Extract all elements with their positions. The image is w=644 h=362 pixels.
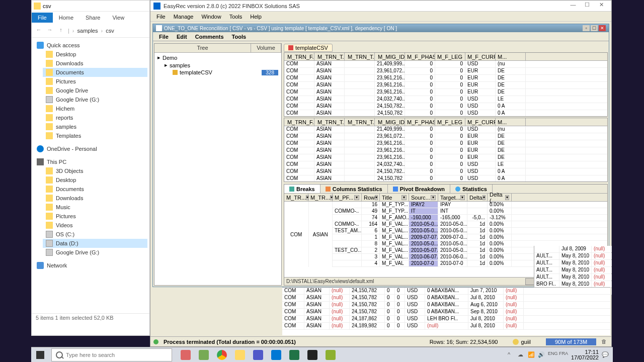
- filter-dropdown[interactable]: ▾: [401, 195, 407, 200]
- trash-icon[interactable]: 🗑: [601, 338, 608, 345]
- menu-help[interactable]: Help: [246, 13, 266, 21]
- tab-col-stats[interactable]: Columns Statistics: [320, 185, 388, 193]
- filter-dropdown[interactable]: ▾: [482, 195, 486, 200]
- menu-manage[interactable]: Manage: [170, 13, 198, 21]
- task-cmd[interactable]: [304, 348, 321, 362]
- tab-pivot[interactable]: Pivot Breakdown: [388, 185, 450, 193]
- column-header[interactable]: M_F_LEG: [435, 53, 465, 60]
- table-row[interactable]: COMASIAN21,409,999...00USD(nu: [284, 61, 607, 68]
- column-header[interactable]: M_F_PHASE: [405, 118, 435, 126]
- qa-pictures[interactable]: Pictures: [43, 77, 147, 86]
- task-easyrec[interactable]: [322, 348, 339, 362]
- ribbon-share[interactable]: Share: [79, 13, 106, 23]
- bg-right-grid[interactable]: Jul 8, 2009(null)AULT...May 8, 2010(null…: [534, 246, 611, 287]
- tree-col-volume[interactable]: Volume: [251, 44, 281, 52]
- menu-tools[interactable]: Tools: [225, 13, 247, 21]
- task-excel[interactable]: [286, 348, 303, 362]
- table-row[interactable]: COMASIAN21,409,999...00USD(nu: [284, 126, 607, 133]
- recon-titlebar[interactable]: ONE_TO_ONE Reconcilition [ CSV - vs - CS…: [153, 24, 609, 32]
- filter-dropdown[interactable]: ▾: [460, 195, 465, 200]
- pc-desktop[interactable]: Desktop: [43, 175, 147, 185]
- table-row[interactable]: COMASIAN(null)24,150,78200USD0 ABAXBAN..…: [282, 295, 610, 302]
- column-header[interactable]: M_F_PHASE: [405, 53, 435, 60]
- ribbon-home[interactable]: Home: [53, 13, 79, 23]
- table-row[interactable]: COMASIAN(null)24,187,86200USDLEH BRO FI.…: [282, 316, 610, 323]
- column-header[interactable]: M_F_CURRENCY: [465, 53, 496, 60]
- table-row[interactable]: COMASIAN23,961,216...00EURDE: [284, 75, 607, 82]
- qa-templates[interactable]: Templates: [43, 131, 147, 140]
- crumb-samples[interactable]: samples: [77, 28, 98, 34]
- table-row[interactable]: COMASIAN23,961,216...00EURDE: [284, 147, 607, 154]
- table-row[interactable]: COMASIAN24,150,782...00USD0 A: [284, 103, 607, 110]
- task-outlook[interactable]: [268, 348, 285, 362]
- table-row[interactable]: COMASIAN23,961,216...00EURDE: [284, 82, 607, 89]
- break-row[interactable]: 1M_F_VAL...2009-07-07...2009-07-0...1d0.…: [333, 234, 607, 241]
- menu-file[interactable]: File: [152, 13, 170, 21]
- breaks-column[interactable]: M_TR...▾: [308, 194, 333, 201]
- nav-back[interactable]: ←: [35, 27, 43, 35]
- tray-wifi-icon[interactable]: 📶: [528, 351, 535, 358]
- maximize-button[interactable]: ☐: [580, 2, 594, 11]
- qa-desktop[interactable]: Desktop: [43, 50, 147, 59]
- task-chrome[interactable]: [213, 348, 230, 362]
- pc-downloads[interactable]: Downloads: [43, 194, 147, 203]
- table-row[interactable]: Jul 8, 2009(null): [534, 246, 611, 253]
- tray-lang[interactable]: ENG FRA: [548, 351, 568, 358]
- table-row[interactable]: COMASIAN24,032,740...00USDLE: [284, 161, 607, 168]
- task-app-1[interactable]: [177, 348, 194, 362]
- table-row[interactable]: COMASIAN(null)24,150,78200USD0 ABAXBAN..…: [282, 288, 610, 295]
- close-button[interactable]: ✕: [594, 2, 608, 11]
- column-header[interactable]: M_F_CURRENCY: [465, 118, 496, 126]
- start-button[interactable]: [31, 347, 49, 363]
- pc-3d[interactable]: 3D Objects: [43, 166, 147, 175]
- break-row[interactable]: 74M_F_AMO...-160,000-165,000-5,0...-3.12…: [333, 215, 607, 221]
- onedrive[interactable]: OneDrive - Personal: [34, 144, 147, 153]
- recon-menu-tools[interactable]: Tools: [228, 33, 251, 41]
- nav-forward[interactable]: →: [46, 27, 54, 35]
- column-header[interactable]: M_TRN_F...: [284, 118, 314, 126]
- tree-col-tree[interactable]: Tree: [154, 44, 251, 52]
- table-row[interactable]: COMASIAN23,961,216...00EURDE: [284, 89, 607, 96]
- qa-documents[interactable]: Documents: [43, 68, 147, 77]
- task-app-2[interactable]: [195, 348, 212, 362]
- breaks-column[interactable]: M_TR...▾: [284, 194, 308, 201]
- filter-dropdown[interactable]: ▾: [505, 195, 509, 200]
- break-row[interactable]: TEST_AM...6M_F_VAL...2010-05-0...2010-05…: [333, 228, 607, 234]
- pc-documents[interactable]: Documents: [43, 185, 147, 194]
- tray-notifications-icon[interactable]: 💬: [602, 351, 609, 358]
- breaks-column[interactable]: Delta▾: [467, 194, 488, 201]
- breaks-column[interactable]: Sourc...▾: [409, 194, 438, 201]
- table-row[interactable]: COMASIAN(null)24,150,78200USD0 ABAXBAN..…: [282, 309, 610, 316]
- break-row[interactable]: 16M_F_TYP...IPAY2IPAY0.00%: [333, 202, 607, 208]
- tray-volume-icon[interactable]: 🔊: [538, 351, 545, 358]
- network[interactable]: Network: [34, 261, 147, 270]
- tab-templatecsv[interactable]: templateCSV: [284, 44, 333, 52]
- tray-chevron-icon[interactable]: ^: [508, 351, 515, 358]
- minimize-button[interactable]: —: [566, 2, 580, 11]
- filter-dropdown[interactable]: ▾: [375, 195, 378, 200]
- tree-samples[interactable]: ▸ samples: [155, 61, 280, 69]
- table-row[interactable]: AULT...May 8, 2010(null): [534, 260, 611, 267]
- table-row[interactable]: COMASIAN(null)24,189,98200USD(null)Jul 8…: [282, 323, 610, 330]
- pc-os-c[interactable]: OS (C:): [43, 230, 147, 239]
- qa-reports[interactable]: reports: [43, 113, 147, 122]
- close-tab-icon[interactable]: [288, 45, 293, 50]
- breaks-column[interactable]: Delta (...▾: [488, 194, 512, 201]
- target-grid[interactable]: CSV M_TRN_F...M_TRN_T...M_TRN_T...M_MIG_…: [284, 118, 608, 182]
- tab-statistics[interactable]: Statistics: [450, 185, 493, 193]
- task-explorer[interactable]: [231, 348, 249, 362]
- breaks-column[interactable]: Target...▾: [438, 194, 467, 201]
- column-header[interactable]: M...: [496, 118, 526, 126]
- qa-downloads[interactable]: Downloads: [43, 59, 147, 68]
- recon-menu-file[interactable]: File: [155, 33, 173, 41]
- table-row[interactable]: COMASIAN23,961,216...00EURDE: [284, 154, 607, 161]
- quick-access[interactable]: Quick access: [34, 41, 147, 50]
- table-row[interactable]: COMASIAN23,961,216...00EURDE: [284, 140, 607, 147]
- this-pc[interactable]: This PC: [34, 157, 147, 166]
- background-grid[interactable]: COMASIAN(null)24,150,78200USD0 ABAXBAN..…: [282, 287, 610, 335]
- table-row[interactable]: AULT...May 8, 2010(null): [534, 253, 611, 260]
- break-row[interactable]: COMMO-..49M_F_TYP...ITINT0.00%: [333, 208, 607, 215]
- breaks-column[interactable]: Row▾: [362, 194, 380, 201]
- ribbon-file[interactable]: File: [32, 13, 53, 23]
- explorer-titlebar[interactable]: csv: [32, 1, 149, 12]
